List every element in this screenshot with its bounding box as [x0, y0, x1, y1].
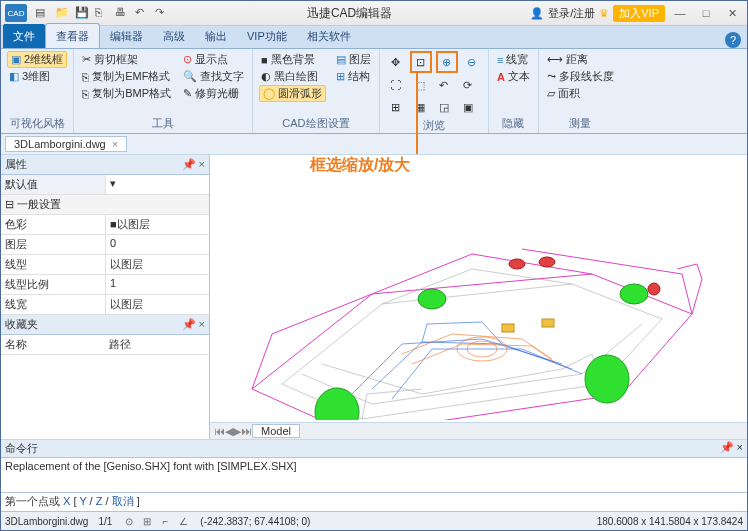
- svg-point-8: [509, 259, 525, 269]
- prop-default-dd[interactable]: ▾: [105, 175, 209, 194]
- btn-3d-view[interactable]: ◧3维图: [7, 68, 67, 85]
- prev-view-icon[interactable]: ↶: [434, 75, 454, 95]
- btn-show-point[interactable]: ⊙显示点: [181, 51, 246, 68]
- tab-nav-next-icon[interactable]: ▶: [233, 425, 241, 438]
- btn-copy-bmp[interactable]: ⎘复制为BMP格式: [80, 85, 173, 102]
- status-ratio: 1/1: [98, 516, 112, 527]
- close-button[interactable]: ✕: [721, 4, 743, 22]
- btn-linewidth[interactable]: ≡线宽: [495, 51, 532, 68]
- group-measure: ⟷距离 ⤳多段线长度 ▱面积 测量: [539, 49, 622, 133]
- extent-icon[interactable]: ⬚: [410, 75, 430, 95]
- prop-lscale-k: 线型比例: [1, 275, 105, 294]
- tab-file[interactable]: 文件: [3, 24, 45, 48]
- tab-editor[interactable]: 编辑器: [100, 24, 153, 48]
- prop-color-v[interactable]: ■以图层: [105, 215, 209, 234]
- favorites-columns: 名称 路径: [1, 335, 209, 355]
- status-bar: 3DLamborgini.dwg 1/1 ⊙ ⊞ ⌐ ∠ (-242.3837;…: [1, 512, 747, 530]
- nav2-icon[interactable]: ▦: [410, 97, 430, 117]
- fit-icon[interactable]: ⛶: [386, 75, 406, 95]
- btn-copy-emf[interactable]: ⎘复制为EMF格式: [80, 68, 173, 85]
- maximize-button[interactable]: □: [695, 4, 717, 22]
- undo-icon[interactable]: ↶: [135, 6, 149, 20]
- group-label-tools: 工具: [80, 115, 246, 131]
- help-button[interactable]: ?: [725, 32, 741, 48]
- tab-nav-last-icon[interactable]: ⏭: [241, 425, 252, 437]
- polar-icon[interactable]: ∠: [176, 516, 190, 527]
- bw-icon: ◐: [261, 70, 271, 83]
- pin-icon[interactable]: 📌 ×: [182, 318, 205, 331]
- svg-point-3: [585, 355, 629, 403]
- tab-vipfn[interactable]: VIP功能: [237, 24, 297, 48]
- close-tab-icon[interactable]: ×: [112, 138, 118, 150]
- point-icon: ⊙: [183, 53, 192, 66]
- prop-ltype-v[interactable]: 以图层: [105, 255, 209, 274]
- command-prompt[interactable]: 第一个点或 X [ Y / Z / 取消 ]: [1, 493, 747, 512]
- btn-polish[interactable]: ✎修剪光栅: [181, 85, 246, 102]
- btn-polyline-len[interactable]: ⤳多段线长度: [545, 68, 616, 85]
- tab-advanced[interactable]: 高级: [153, 24, 195, 48]
- minimize-button[interactable]: —: [669, 4, 691, 22]
- prop-lwidth-v[interactable]: 以图层: [105, 295, 209, 314]
- annotation-text: 框选缩放/放大: [310, 155, 410, 176]
- prop-lwidth-k: 线宽: [1, 295, 105, 314]
- btn-text[interactable]: A文本: [495, 68, 532, 85]
- redo-icon[interactable]: ↷: [155, 6, 169, 20]
- grid-icon[interactable]: ⊞: [140, 516, 154, 527]
- btn-smooth-arc[interactable]: ◯圆滑弧形: [259, 85, 326, 102]
- btn-structure[interactable]: ⊞结构: [334, 68, 373, 85]
- favorites-header: 收藏夹 📌 ×: [1, 315, 209, 335]
- copy-icon: ⎘: [82, 71, 89, 83]
- tab-related[interactable]: 相关软件: [297, 24, 361, 48]
- status-file: 3DLamborgini.dwg: [5, 516, 88, 527]
- tab-nav-prev-icon[interactable]: ◀: [225, 425, 233, 438]
- nav-icon[interactable]: ⊞: [386, 97, 406, 117]
- save-icon[interactable]: 💾: [75, 6, 89, 20]
- btn-area[interactable]: ▱面积: [545, 85, 616, 102]
- model-tab-bar: ⏮ ◀ ▶ ⏭ Model: [210, 422, 747, 439]
- prompt-y[interactable]: Y: [79, 495, 86, 507]
- fav-col-path: 路径: [105, 335, 209, 354]
- document-tab[interactable]: 3DLamborgini.dwg ×: [5, 136, 127, 152]
- btn-bw-draw[interactable]: ◐黑白绘图: [259, 68, 326, 85]
- saveas-icon[interactable]: ⎘: [95, 6, 109, 20]
- annotation-arrow: [416, 72, 418, 154]
- command-title: 命令行: [5, 441, 38, 456]
- prop-default: 默认值: [1, 175, 105, 194]
- prompt-cancel[interactable]: 取消: [112, 495, 134, 507]
- prop-layer-v[interactable]: 0: [105, 235, 209, 254]
- tab-output[interactable]: 输出: [195, 24, 237, 48]
- btn-distance[interactable]: ⟷距离: [545, 51, 616, 68]
- prop-layer-k: 图层: [1, 235, 105, 254]
- group-cad-settings: ■黑色背景 ◐黑白绘图 ◯圆滑弧形 ▤图层 ⊞结构 CAD绘图设置: [253, 49, 380, 133]
- btn-layer[interactable]: ▤图层: [334, 51, 373, 68]
- open-icon[interactable]: 📁: [55, 6, 69, 20]
- ortho-icon[interactable]: ⌐: [158, 516, 172, 527]
- tab-nav-first-icon[interactable]: ⏮: [214, 425, 225, 437]
- print-icon[interactable]: 🖶: [115, 6, 129, 20]
- viewport[interactable]: 框选缩放/放大 — ▢ ⊠: [210, 155, 747, 439]
- model-tab[interactable]: Model: [252, 424, 300, 438]
- vip-button[interactable]: 加入VIP: [613, 5, 665, 22]
- snap-icon[interactable]: ⊙: [122, 516, 136, 527]
- zoom-out-icon[interactable]: ⊖: [462, 52, 482, 72]
- btn-find-text[interactable]: 🔍查找文字: [181, 68, 246, 85]
- pin-icon[interactable]: 📌 ×: [182, 158, 205, 171]
- refresh-icon[interactable]: ⟳: [458, 75, 478, 95]
- properties-header: 属性 📌 ×: [1, 155, 209, 175]
- new-icon[interactable]: ▤: [35, 6, 49, 20]
- pin-icon[interactable]: 📌 ×: [720, 441, 743, 456]
- prompt-x[interactable]: X: [63, 495, 70, 507]
- zoom-window-icon[interactable]: ⊡: [410, 51, 432, 73]
- nav3-icon[interactable]: ◲: [434, 97, 454, 117]
- nav4-icon[interactable]: ▣: [458, 97, 478, 117]
- tab-viewer[interactable]: 查看器: [45, 23, 100, 48]
- prop-lscale-v[interactable]: 1: [105, 275, 209, 294]
- btn-black-bg[interactable]: ■黑色背景: [259, 51, 326, 68]
- zoom-in-icon[interactable]: ⊕: [436, 51, 458, 73]
- pan-icon[interactable]: ✥: [386, 52, 406, 72]
- prompt-z[interactable]: Z: [96, 495, 103, 507]
- btn-2d-wireframe[interactable]: ▣2维线框: [7, 51, 67, 68]
- drawing-canvas[interactable]: [212, 157, 745, 420]
- btn-clip-frame[interactable]: ✂剪切框架: [80, 51, 173, 68]
- login-link[interactable]: 登录/注册: [548, 6, 595, 21]
